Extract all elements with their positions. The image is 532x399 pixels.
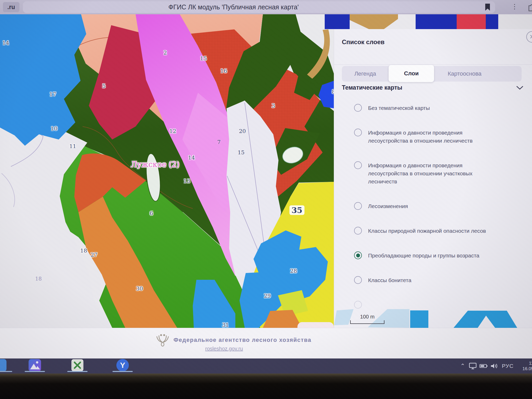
thematic-option-label: Лесоизменения: [368, 202, 490, 210]
tab-basemap[interactable]: Картооснова: [434, 66, 495, 82]
laptop-bezel: [0, 374, 532, 399]
divider: [334, 64, 532, 65]
radio-icon[interactable]: [354, 301, 362, 309]
map-quarter-number: 16: [220, 68, 227, 74]
map-quarter-number: 13: [183, 178, 190, 184]
map-quarter-number: 28: [290, 268, 297, 274]
kebab-menu-icon[interactable]: ⋮: [511, 3, 518, 11]
thematic-option-label: Классы природной пожарной опасности лесо…: [368, 227, 490, 235]
scale-bar-label: 100 m: [360, 314, 375, 320]
taskbar-yandex-icon[interactable]: Y: [116, 359, 129, 371]
puzzle-extensions-icon[interactable]: [527, 3, 532, 11]
tray-battery-icon[interactable]: [480, 358, 488, 374]
chevron-down-icon[interactable]: [516, 85, 524, 90]
map-quarter-number: 18: [35, 276, 42, 282]
radio-icon[interactable]: [354, 202, 362, 210]
map-quarter-number: 30: [136, 285, 143, 292]
radio-icon[interactable]: [354, 251, 362, 259]
map-quarter-number: 7: [217, 139, 221, 145]
thematic-option[interactable]: Информация о давности проведения лесоуст…: [354, 161, 520, 185]
tray-speaker-icon[interactable]: [490, 358, 498, 374]
browser-top-bar: .ru ФГИС ЛК модуль 'Публичная лесная кар…: [0, 0, 532, 14]
tab-layers[interactable]: Слои: [389, 65, 434, 82]
map-quarter-number: 27: [91, 252, 98, 258]
thematic-option-label: Информация о давности проведения лесоуст…: [368, 129, 490, 145]
thematic-option[interactable]: Преобладающие породы и группы возраста: [354, 251, 520, 260]
agency-name: Федеральное агентство лесного хозяйства: [174, 337, 311, 343]
tray-clock[interactable]: 11:3 16.05.2: [517, 358, 532, 374]
taskbar-spreadsheet-icon[interactable]: [71, 359, 84, 371]
thematic-option[interactable]: Классы природной пожарной опасности лесо…: [354, 227, 520, 235]
thematic-option-label: Классы бонитета: [368, 276, 490, 284]
panel-title: Список слоев: [342, 38, 384, 46]
tray-date-text: 16.05.2: [522, 366, 532, 371]
map-quarter-number: 2: [163, 50, 167, 56]
thematic-option[interactable]: Без тематической карты: [354, 104, 520, 112]
thematic-option[interactable]: [354, 301, 520, 309]
laptop-screen-photo: 1421516517381012207111514Лужское (2)1335…: [0, 0, 532, 399]
thematic-option[interactable]: Классы бонитета: [354, 276, 520, 284]
page-title: ФГИС ЛК модуль 'Публичная лесная карта': [0, 3, 467, 11]
radio-icon[interactable]: [354, 129, 362, 136]
map-place-label: Лужское (2): [131, 160, 179, 169]
radio-icon[interactable]: [354, 161, 362, 169]
map-quarter-number: 11: [69, 143, 76, 149]
map-quarter-number: 14: [188, 155, 195, 161]
windows-taskbar: Y ⌃ РУС 11:3 16.05.2: [0, 358, 532, 374]
layers-panel: Список слоев ✕ Легенда Слои Картооснова …: [334, 29, 532, 328]
bookmark-flag-icon[interactable]: [485, 3, 490, 11]
thematic-option-label: Преобладающие породы и группы возраста: [368, 251, 490, 260]
map-quarter-number: 3: [271, 103, 275, 109]
taskbar-photos-icon[interactable]: [28, 359, 42, 371]
radio-icon[interactable]: [354, 227, 362, 235]
tray-display-icon[interactable]: [469, 358, 477, 374]
map-quarter-number: 15: [200, 55, 207, 62]
agency-link[interactable]: rosleshoz.gov.ru: [205, 346, 243, 352]
map-quarter-number: 6: [150, 210, 153, 216]
map-quarter-number: 29: [264, 293, 271, 299]
map-quarter-number: 15: [238, 149, 245, 156]
close-icon[interactable]: ✕: [526, 31, 532, 43]
tray-chevron-icon[interactable]: ⌃: [460, 358, 465, 374]
agency-footer: Федеральное агентство лесного хозяйства …: [0, 328, 532, 359]
tab-legend[interactable]: Легенда: [342, 66, 389, 82]
map-quarter-number: 18: [80, 248, 87, 254]
thematic-option-label: Информация о давности проведения лесоуст…: [368, 161, 490, 185]
section-title: Тематические карты: [342, 84, 402, 91]
map-quarter-number: 20: [239, 128, 246, 134]
double-headed-eagle-logo: [156, 333, 169, 347]
map-quarter-number: 12: [169, 128, 176, 134]
map-quarter-number: 31: [222, 322, 229, 328]
map-quarter-number: 10: [51, 125, 58, 132]
radio-icon[interactable]: [354, 104, 362, 112]
map-scale-bar: 100 m: [350, 314, 384, 324]
thematic-maps-section[interactable]: Тематические карты: [342, 84, 524, 91]
thematic-option[interactable]: Лесоизменения: [354, 202, 520, 210]
thematic-options-list: Без тематической карты Информация о давн…: [354, 104, 520, 325]
tray-time-text: 11:3: [529, 361, 532, 366]
map-quarter-number: 35: [289, 205, 304, 215]
map-quarter-number: 14: [2, 40, 9, 46]
taskbar-app-partial-icon[interactable]: [0, 359, 9, 371]
tray-language-indicator[interactable]: РУС: [502, 358, 514, 374]
panel-tabs: Легенда Слои Картооснова: [342, 66, 522, 82]
map-quarter-number: 5: [102, 83, 105, 89]
map-quarter-number: 17: [49, 91, 56, 97]
thematic-option[interactable]: Информация о давности проведения лесоуст…: [354, 129, 520, 145]
radio-icon[interactable]: [354, 276, 362, 284]
thematic-option-label: Без тематической карты: [368, 104, 490, 112]
